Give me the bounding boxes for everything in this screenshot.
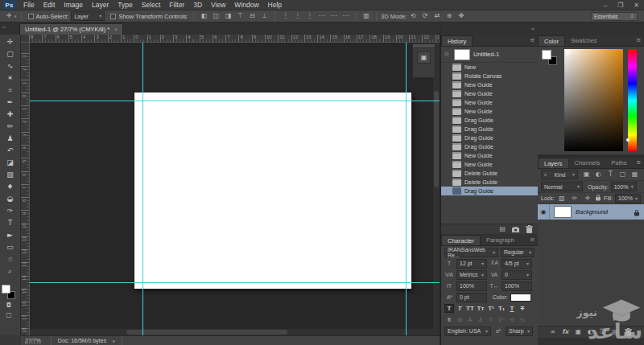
history-item[interactable]: Drag Guide: [441, 125, 538, 133]
titling-alternates-button[interactable]: ¼: [518, 315, 527, 324]
history-item[interactable]: Delete Guide: [441, 169, 538, 178]
subscript-button[interactable]: T₁: [497, 304, 506, 313]
history-item[interactable]: Drag Guide: [441, 116, 538, 125]
clone-stamp-tool[interactable]: ♟: [2, 133, 19, 145]
blur-tool[interactable]: ♦: [2, 181, 19, 193]
3d-roll-icon[interactable]: ⟳: [419, 13, 431, 19]
foreground-background-swatches[interactable]: [0, 285, 18, 301]
anti-alias-dropdown[interactable]: Sharp▾: [506, 327, 533, 336]
opacity-dropdown[interactable]: 100%▾: [611, 182, 637, 191]
vertical-scale-field[interactable]: 100%: [456, 281, 487, 291]
menu-item[interactable]: Window: [234, 1, 258, 9]
menu-item[interactable]: Layer: [92, 1, 109, 9]
underline-button[interactable]: T: [507, 304, 517, 313]
workspace-switcher[interactable]: Essentials ≡: [591, 12, 638, 21]
brush-tool[interactable]: ✏: [2, 121, 19, 133]
adjustment-layer-icon[interactable]: ◐: [588, 329, 593, 335]
3d-scale-icon[interactable]: ✥: [456, 13, 468, 19]
3d-drag-icon[interactable]: ⇄: [431, 13, 444, 19]
history-item[interactable]: Drag Guide: [441, 142, 538, 151]
move-tool-icon[interactable]: ✛: [3, 13, 14, 19]
tab-channels[interactable]: Channels: [569, 158, 606, 168]
panel-menu-icon[interactable]: ≡: [530, 237, 535, 243]
menu-item[interactable]: Help: [268, 1, 282, 9]
contextual-alternates-button[interactable]: st: [455, 315, 464, 324]
tracking-dropdown[interactable]: 0▾: [502, 270, 532, 280]
align-vertical-centers-icon[interactable]: ⊟: [246, 13, 258, 19]
crop-tool[interactable]: ⌗: [2, 84, 19, 97]
small-caps-button[interactable]: Tᴛ: [476, 304, 485, 313]
auto-select-checkbox[interactable]: Auto-Select:: [28, 13, 69, 20]
color-picker-marker[interactable]: [566, 51, 570, 55]
restore-button[interactable]: ❐: [617, 2, 623, 9]
tab-swatches[interactable]: Swatches: [565, 35, 603, 46]
group-layers-icon[interactable]: ❐: [600, 329, 605, 335]
all-caps-button[interactable]: TT: [465, 304, 475, 313]
collapse-dock-icon[interactable]: »: [531, 27, 535, 32]
document-tab[interactable]: Untitled-1 @ 27/7% (CMYK/8) * ×: [19, 23, 123, 35]
move-tool[interactable]: ✛: [2, 36, 19, 48]
panel-menu-icon[interactable]: ≡: [530, 38, 535, 43]
zoom-level-field[interactable]: 27/7%: [25, 338, 41, 344]
tool-preset-arrow-icon[interactable]: ▾: [14, 14, 17, 18]
delete-layer-icon[interactable]: [625, 328, 632, 336]
hue-slider-marker[interactable]: [626, 138, 630, 142]
hand-tool[interactable]: ☝: [2, 253, 19, 265]
pen-tool[interactable]: ✑: [2, 205, 19, 217]
new-document-from-state-icon[interactable]: ▤: [499, 226, 506, 232]
close-button[interactable]: ✕: [634, 2, 639, 9]
menu-item[interactable]: 3D: [193, 1, 202, 9]
history-item[interactable]: Delete Guide: [441, 178, 538, 187]
layer-mask-icon[interactable]: ▣: [576, 329, 582, 335]
guide-horizontal-bottom[interactable]: [30, 282, 440, 283]
lock-transparency-icon[interactable]: ▨: [557, 195, 567, 202]
faux-bold-button[interactable]: T: [444, 304, 454, 313]
layer-effects-icon[interactable]: fx: [562, 329, 569, 335]
status-arrow-icon[interactable]: ▸: [113, 339, 115, 343]
auto-select-target-dropdown[interactable]: Layer▾: [71, 11, 105, 21]
foreground-color-swatch[interactable]: [2, 285, 10, 294]
blend-mode-dropdown[interactable]: Normal▾: [541, 182, 583, 191]
pixel-filter-icon[interactable]: ▣: [582, 171, 592, 178]
auto-align-icon[interactable]: ▥: [361, 13, 372, 19]
font-style-dropdown[interactable]: Regular▾: [501, 248, 535, 257]
collapsed-panel-button[interactable]: ▣: [417, 51, 431, 64]
history-item[interactable]: New: [441, 63, 538, 72]
leading-dropdown[interactable]: 4/5 pt▾: [502, 259, 532, 269]
quick-mask-icon[interactable]: ◘: [0, 301, 18, 310]
history-source-icon[interactable]: ⊙: [443, 51, 451, 57]
stylistic-alternates-button[interactable]: T: [486, 315, 496, 324]
font-size-dropdown[interactable]: 12 pt▾: [456, 259, 487, 269]
discretionary-ligatures-button[interactable]: A: [465, 315, 475, 324]
tab-paths[interactable]: Paths: [605, 158, 632, 168]
align-left-edges-icon[interactable]: ◧: [198, 13, 210, 19]
minimize-button[interactable]: –: [604, 2, 607, 9]
align-horizontal-centers-icon[interactable]: ◫: [210, 13, 222, 19]
document-canvas[interactable]: [134, 92, 411, 289]
type-filter-icon[interactable]: T: [606, 171, 616, 178]
fractions-button[interactable]: ½: [507, 315, 517, 324]
font-family-dropdown[interactable]: IRANSansWeb Re...▾: [444, 248, 498, 257]
history-item[interactable]: Rotate Canvas: [441, 72, 538, 80]
history-item[interactable]: New Guide: [441, 89, 538, 98]
zoom-tool[interactable]: ⌕: [2, 265, 19, 277]
history-item[interactable]: New Guide: [441, 107, 538, 116]
menu-item[interactable]: View: [211, 1, 225, 9]
marquee-tool[interactable]: ▢: [2, 48, 19, 60]
hue-slider[interactable]: [628, 49, 637, 151]
visibility-eye-icon[interactable]: ◉: [538, 204, 550, 220]
history-snapshot-row[interactable]: ⊙ Untitled-1: [441, 47, 538, 63]
tab-paragraph[interactable]: Paragraph: [481, 235, 520, 245]
3d-rotate-icon[interactable]: ⟲: [407, 13, 419, 19]
horizontal-scale-field[interactable]: 100%: [502, 281, 532, 291]
swash-button[interactable]: ā: [476, 315, 485, 324]
history-item[interactable]: Drag Guide: [441, 187, 538, 195]
superscript-button[interactable]: T¹: [486, 304, 496, 313]
delete-state-icon[interactable]: [526, 225, 533, 233]
strikethrough-button[interactable]: T: [518, 304, 527, 313]
screen-mode-icon[interactable]: ▢: [0, 310, 18, 320]
show-transform-controls-checkbox[interactable]: Show Transform Controls: [110, 13, 187, 20]
lasso-tool[interactable]: ∿: [2, 60, 19, 72]
history-item[interactable]: New Guide: [441, 160, 538, 169]
faux-italic-button[interactable]: T: [455, 304, 464, 313]
